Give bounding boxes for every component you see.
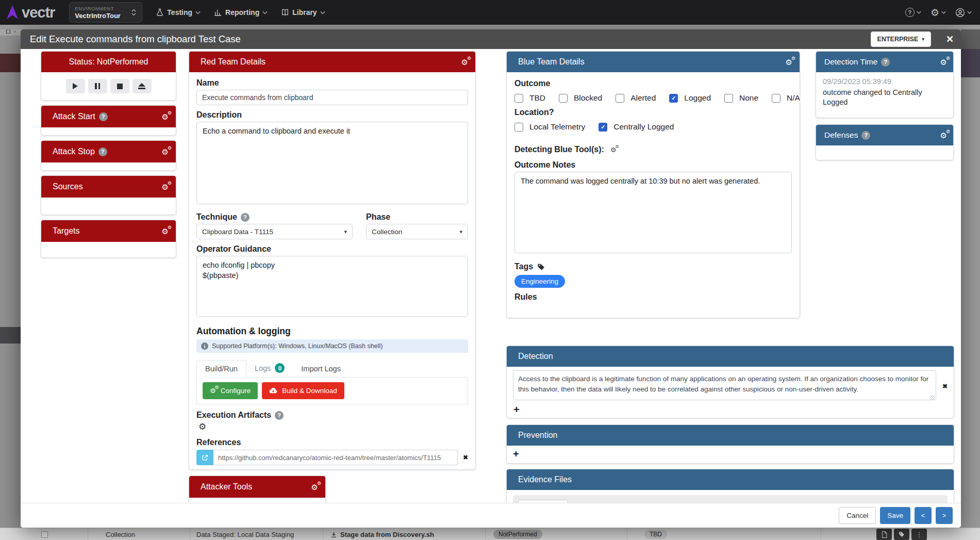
outcome-options: TBD Blocked Alerted Logged None N/A <box>514 93 792 103</box>
detection-timestamp: 09/29/2023 05:39:49 <box>823 77 946 87</box>
play-button[interactable] <box>66 79 85 93</box>
resize-grip[interactable] <box>930 395 935 400</box>
technique-select[interactable]: Clipboard Data - T1115 ▾ <box>196 224 353 239</box>
download-icon <box>330 531 337 538</box>
gears-icon[interactable]: ⚙⚙ <box>162 148 169 156</box>
tab-build-run[interactable]: Build/Run <box>196 360 246 378</box>
help-icon[interactable]: ? <box>99 112 108 121</box>
gears-icon[interactable]: ⚙⚙ <box>162 183 169 191</box>
build-download-button[interactable]: Build & Download <box>262 382 344 399</box>
file-icon[interactable] <box>876 529 892 540</box>
help-icon[interactable]: ? <box>241 213 250 222</box>
outcome-notes-textarea[interactable]: The command was logged centrally at 10:3… <box>514 172 792 253</box>
top-navbar: vectr ENVIRONMENT VectrIntroTour Testing… <box>0 0 980 25</box>
prevention-header: Prevention <box>507 425 954 446</box>
checkbox-centrally-logged[interactable] <box>599 123 607 132</box>
menu-testing[interactable]: Testing <box>156 8 201 17</box>
modal-footer: Cancel Save < > <box>21 503 961 528</box>
menu-reporting[interactable]: Reporting <box>214 8 268 17</box>
gears-icon[interactable]: ⚙⚙ <box>311 483 318 491</box>
checkbox-tbd[interactable] <box>514 94 523 103</box>
attack-stop-header[interactable]: Attack Stop? ⚙⚙ <box>41 141 176 162</box>
add-prevention-button[interactable]: + <box>513 449 519 459</box>
tab-logs[interactable]: Logs0 <box>246 359 293 377</box>
checkbox-alerted[interactable] <box>616 94 624 103</box>
attacker-tools-panel: Attacker Tools ⚙⚙ <box>189 476 326 503</box>
sources-header[interactable]: Sources ⚙⚙ <box>41 176 176 198</box>
targets-header[interactable]: Targets ⚙⚙ <box>41 220 176 242</box>
cancel-button[interactable]: Cancel <box>839 507 876 524</box>
book-icon <box>281 8 289 17</box>
page-root: › Collection Data Staged: Local Data Sta… <box>0 0 980 540</box>
eject-button[interactable] <box>132 79 152 93</box>
background-right-strip <box>961 25 980 540</box>
checkbox-na[interactable] <box>772 94 780 103</box>
technique-label: Technique? <box>196 212 353 222</box>
gears-icon[interactable]: ⚙⚙ <box>162 113 169 121</box>
name-label: Name <box>196 78 468 88</box>
name-input[interactable] <box>196 90 468 105</box>
gears-icon[interactable]: ⚙⚙ <box>162 227 169 235</box>
detection-note-textarea[interactable]: Access to the clipboard is a legitimate … <box>513 370 936 400</box>
checkbox-none[interactable] <box>724 94 733 103</box>
kebab-menu-icon[interactable]: ⋮ <box>911 529 927 540</box>
checkbox-logged[interactable] <box>669 94 678 103</box>
background-table-row: Collection Data Staged: Local Data Stagi… <box>0 528 980 540</box>
chevron-down-icon <box>262 11 268 14</box>
edit-test-case-modal: Edit Execute commands from clipboard Tes… <box>21 29 961 528</box>
environment-label: ENVIRONMENT <box>75 6 131 11</box>
background-left-strip: › <box>0 25 22 540</box>
operator-guidance-textarea[interactable]: echo ifconfig | pbcopy $(pbpaste) <box>196 256 468 317</box>
tab-import-logs[interactable]: Import Logs <box>293 361 349 377</box>
add-detection-button[interactable]: + <box>513 402 520 416</box>
tag-icon[interactable] <box>894 529 909 540</box>
gears-icon[interactable]: ⚙⚙ <box>610 146 617 153</box>
evidence-dropzone[interactable]: ＋ Add File <box>513 495 948 503</box>
menu-library[interactable]: Library <box>281 8 325 17</box>
phase-select[interactable]: Collection ▾ <box>366 224 468 239</box>
reference-url-input[interactable] <box>213 450 458 465</box>
attack-start-header[interactable]: Attack Start? ⚙⚙ <box>41 106 176 127</box>
pause-button[interactable] <box>88 79 107 93</box>
help-menu[interactable]: ? <box>905 8 921 17</box>
description-textarea[interactable]: Echo a command to clipboard and execute … <box>196 122 468 204</box>
gears-icon[interactable]: ⚙⚙ <box>940 58 947 66</box>
configure-button[interactable]: ⚙⚙ Configure <box>203 382 258 399</box>
detection-time-body[interactable]: 09/29/2023 05:39:49 outcome changed to C… <box>816 72 953 118</box>
save-button[interactable]: Save <box>880 507 910 524</box>
tag-engineering[interactable]: Engineering <box>514 275 565 288</box>
checkbox-local-telemetry[interactable] <box>514 123 523 132</box>
row-testcase-cell[interactable]: Stage data from Discovery.sh <box>330 528 434 540</box>
attacker-tools-header[interactable]: Attacker Tools ⚙⚙ <box>189 476 325 498</box>
outcome-notes-label: Outcome Notes <box>514 160 792 170</box>
artifact-gear-icon[interactable]: ⚙ <box>198 422 206 432</box>
user-menu[interactable] <box>955 8 972 18</box>
add-reference-button[interactable]: + <box>196 469 205 470</box>
help-icon[interactable]: ? <box>881 58 890 67</box>
open-reference-button[interactable] <box>196 450 213 465</box>
help-icon[interactable]: ? <box>98 148 107 156</box>
blue-team-details-header: Blue Team Details ⚙⚙ <box>507 52 800 72</box>
settings-menu[interactable]: ⚙ <box>931 8 946 18</box>
checkbox-blocked[interactable] <box>559 94 568 103</box>
row-checkbox[interactable] <box>41 528 48 540</box>
previous-button[interactable]: < <box>915 507 932 524</box>
environment-selector[interactable]: ENVIRONMENT VectrIntroTour <box>69 2 142 23</box>
gears-icon[interactable]: ⚙⚙ <box>461 58 468 66</box>
gears-icon: ⚙⚙ <box>210 387 216 394</box>
remove-reference-icon[interactable]: ✖ <box>463 454 468 461</box>
row-phase-cell: Collection <box>106 528 135 540</box>
remove-detection-icon[interactable]: ✖ <box>942 383 948 390</box>
gears-icon[interactable]: ⚙⚙ <box>786 58 792 66</box>
enterprise-dropdown[interactable]: ENTERPRISE ▾ <box>871 31 931 47</box>
chevron-down-icon <box>320 11 325 14</box>
close-icon[interactable]: ✕ <box>946 34 954 45</box>
chevron-down-icon <box>941 11 946 14</box>
next-button[interactable]: > <box>936 507 953 524</box>
row-action-icons: ⋮ <box>876 528 929 540</box>
gears-icon[interactable]: ⚙⚙ <box>940 132 947 139</box>
help-icon[interactable]: ? <box>861 131 870 140</box>
stop-button[interactable] <box>110 79 129 93</box>
vectr-logo[interactable]: vectr <box>6 5 55 20</box>
help-icon[interactable]: ? <box>275 411 284 420</box>
